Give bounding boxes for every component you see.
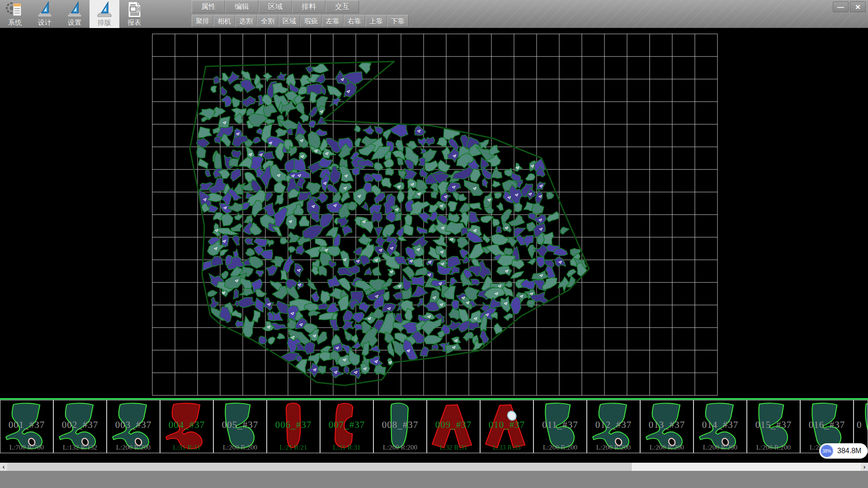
piece-lr-counts: L:32 R:31 [427, 444, 480, 451]
piece-id-label: 010_#37 [481, 419, 533, 431]
piece-lr-counts: L:33 R:33 [481, 444, 533, 451]
app-tab-nesting[interactable]: 排版 [90, 0, 119, 28]
piece-id-label: 014_#37 [694, 419, 746, 431]
piece-thumbnail-006_#37[interactable]: 006_#37L:21 R:21 [267, 400, 320, 453]
piece-id-label: 008_#37 [374, 419, 426, 431]
piece-lr-counts: L:200 R:200 [214, 444, 266, 451]
menu-properties[interactable]: 属性 [192, 0, 225, 13]
memory-usage-value: 384.8M [837, 447, 861, 455]
piece-id-label: 003_#37 [107, 419, 160, 431]
piece-lr-counts: L:200 R:200 [587, 444, 640, 451]
minimize-button[interactable]: — [833, 1, 849, 12]
piece-id-label: 001_#37 [0, 419, 53, 431]
nesting-canvas[interactable] [0, 28, 868, 398]
app-tab-design[interactable]: 设计 [30, 0, 60, 28]
main-toolbar: 系统设计设置排版报表 属性编辑区域排料交互 聚排相机选割全割区域瑕疵左靠右靠上靠… [0, 0, 868, 28]
piece-id-label: 007_#37 [321, 419, 373, 431]
piece-id-label: 009_#37 [427, 419, 480, 431]
piece-strip: 001_#37L:700 R:700002_#37L:132 R:132003_… [0, 398, 868, 463]
piece-thumbnail-014_#37[interactable]: 014_#37L:200 R:200 [693, 400, 747, 453]
tool-snap-right[interactable]: 右靠 [344, 15, 365, 27]
menu-edit[interactable]: 编辑 [225, 0, 259, 13]
piece-id-label: 005_#37 [214, 419, 266, 431]
system-icon [5, 0, 25, 19]
menu-bar: 属性编辑区域排料交互 [192, 0, 359, 13]
piece-thumbnail-003_#37[interactable]: 003_#37L:200 R:200 [107, 400, 160, 453]
piece-lr-counts: L:132 R:132 [54, 444, 106, 451]
window-controls: — ✕ [833, 1, 866, 12]
piece-thumbnail-008_#37[interactable]: 008_#37L:200 R:200 [373, 400, 427, 453]
tool-defect[interactable]: 瑕疵 [300, 15, 322, 27]
piece-thumbnail-009_#37[interactable]: 009_#37L:32 R:31 [427, 400, 480, 453]
piece-lr-counts: L:200 R:200 [641, 444, 693, 451]
piece-lr-counts: L:200 R:200 [747, 444, 800, 451]
app-tab-system[interactable]: 系统 [0, 0, 30, 28]
piece-lr-counts: L:200 R:200 [107, 444, 160, 451]
tool-select-cut[interactable]: 选割 [235, 15, 257, 27]
status-bar [0, 471, 868, 488]
piece-id-label: 011_#37 [534, 419, 586, 431]
piece-id-label: 013_#37 [641, 419, 693, 431]
nesting-icon [96, 0, 113, 19]
tool-snap-up[interactable]: 上靠 [365, 15, 387, 27]
app-tab-settings[interactable]: 设置 [60, 0, 90, 28]
scroll-left-arrow-icon[interactable]: ‹ [0, 463, 7, 471]
piece-lr-counts: L:200 R:200 [534, 444, 586, 451]
piece-thumbnail-012_#37[interactable]: 012_#37L:200 R:200 [587, 400, 640, 453]
tool-snap-left[interactable]: 左靠 [322, 15, 344, 27]
tool-camera[interactable]: 相机 [213, 15, 235, 27]
app-tab-label: 排版 [98, 19, 111, 27]
piece-thumbnail-011_#37[interactable]: 011_#37L:200 R:200 [533, 400, 587, 453]
piece-thumbnail-002_#37[interactable]: 002_#37L:132 R:132 [53, 400, 107, 453]
piece-lr-counts: L:700 R:700 [0, 444, 53, 451]
piece-id-label: 006_#37 [267, 419, 320, 431]
piece-thumbnail-list: 001_#37L:700 R:700002_#37L:132 R:132003_… [0, 400, 868, 453]
app-tab-label: 系统 [8, 19, 22, 27]
tool-cluster-nest[interactable]: 聚排 [192, 15, 213, 27]
memory-usage-badge: 38% 384.8M [819, 443, 868, 459]
piece-id-label: 0 [857, 419, 862, 431]
app-tab-label: 设计 [38, 19, 52, 27]
piece-thumbnail-005_#37[interactable]: 005_#37L:200 R:200 [213, 400, 267, 453]
tool-cut-all[interactable]: 全割 [257, 15, 278, 27]
piece-lr-counts: L:200 R:200 [374, 444, 426, 451]
app-tab-label: 报表 [127, 19, 141, 27]
app-tab-report[interactable]: 报表 [119, 0, 149, 28]
menu-region[interactable]: 区域 [259, 0, 292, 13]
piece-thumbnail-007_#37[interactable]: 007_#37L:31 R:31 [320, 400, 373, 453]
piece-lr-counts: L:21 R:21 [267, 444, 320, 451]
piece-id-label: 016_#37 [801, 419, 853, 431]
app-tab-bar: 系统设计设置排版报表 [0, 0, 149, 28]
canvas-svg[interactable] [0, 28, 868, 398]
scrollbar-thumb[interactable] [7, 463, 632, 471]
piece-id-label: 012_#37 [587, 419, 640, 431]
report-icon [127, 0, 142, 19]
close-button[interactable]: ✕ [850, 1, 866, 12]
piece-id-label: 015_#37 [747, 419, 800, 431]
scroll-right-arrow-icon[interactable]: › [861, 463, 868, 471]
piece-lr-counts: L:31 R:31 [321, 444, 373, 451]
settings-icon [66, 0, 83, 19]
progress-percent-circle: 38% [820, 444, 834, 458]
piece-lr-counts: L:31 R:31 [160, 444, 213, 451]
design-icon [37, 0, 53, 19]
tool-region[interactable]: 区域 [278, 15, 300, 27]
app-tab-label: 设置 [68, 19, 81, 27]
menu-nest[interactable]: 排料 [292, 0, 326, 13]
tool-snap-down[interactable]: 下靠 [387, 15, 409, 27]
piece-thumbnail-010_#37[interactable]: 010_#37L:33 R:33 [480, 400, 533, 453]
piece-id-label: 002_#37 [54, 419, 106, 431]
piece-thumbnail-015_#37[interactable]: 015_#37L:200 R:200 [747, 400, 800, 453]
piece-thumbnail-004_#37[interactable]: 004_#37L:31 R:31 [160, 400, 213, 453]
horizontal-scrollbar[interactable]: ‹ › [0, 463, 868, 471]
tool-bar: 聚排相机选割全割区域瑕疵左靠右靠上靠下靠 [192, 15, 409, 27]
piece-id-label: 004_#37 [160, 419, 213, 431]
piece-lr-counts: L:200 R:200 [694, 444, 746, 451]
piece-thumbnail-013_#37[interactable]: 013_#37L:200 R:200 [640, 400, 693, 453]
menu-interact[interactable]: 交互 [326, 0, 359, 13]
piece-thumbnail-001_#37[interactable]: 001_#37L:700 R:700 [0, 400, 53, 453]
